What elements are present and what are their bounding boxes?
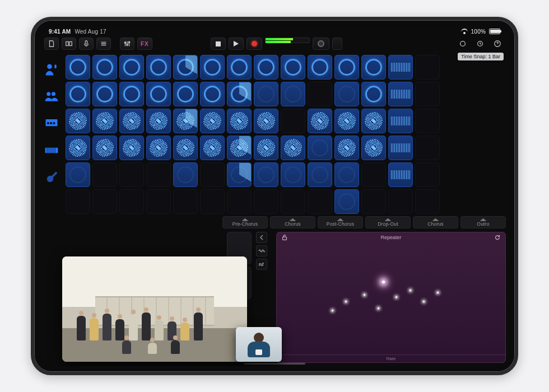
- loop-cell[interactable]: [254, 82, 278, 106]
- loop-cell[interactable]: [119, 189, 144, 214]
- loop-cell[interactable]: [173, 82, 198, 106]
- loop-cell[interactable]: [173, 189, 198, 214]
- loop-cell[interactable]: [361, 109, 386, 133]
- loop-cell[interactable]: [119, 82, 144, 106]
- loop-cell[interactable]: [308, 109, 332, 133]
- loop-cell[interactable]: [92, 82, 117, 106]
- loop-cell[interactable]: [415, 136, 440, 160]
- loop-cell[interactable]: [361, 82, 386, 106]
- loop-cell[interactable]: [119, 109, 144, 133]
- loop-cell[interactable]: [92, 109, 117, 133]
- repeater-xy-pad[interactable]: [277, 242, 505, 354]
- sidebar-artist-voice[interactable]: [43, 60, 61, 78]
- loop-cell[interactable]: [227, 55, 252, 80]
- loop-cell[interactable]: [388, 189, 413, 214]
- loop-cell[interactable]: [281, 82, 305, 106]
- loop-cell[interactable]: [146, 109, 171, 133]
- loop-cell[interactable]: [254, 189, 278, 214]
- loop-cell[interactable]: [308, 82, 332, 106]
- loop-cell[interactable]: [173, 136, 198, 160]
- loop-cell[interactable]: [146, 162, 171, 187]
- loop-cell[interactable]: [200, 82, 225, 106]
- sidebar-group-vocals[interactable]: [43, 87, 61, 105]
- loop-cell[interactable]: [388, 55, 413, 80]
- loop-cell[interactable]: [281, 55, 305, 80]
- loop-cell[interactable]: [200, 136, 225, 160]
- loop-cell[interactable]: [361, 189, 386, 214]
- loop-cell[interactable]: [200, 109, 225, 133]
- loop-cell[interactable]: [415, 189, 440, 214]
- loop-cell[interactable]: [146, 136, 171, 160]
- section-marker[interactable]: Outro: [460, 216, 506, 228]
- reset-icon[interactable]: [494, 234, 501, 241]
- sidebar-drum-machine[interactable]: [43, 114, 61, 132]
- browser-button[interactable]: [96, 38, 111, 50]
- loop-cell[interactable]: [119, 136, 144, 160]
- section-marker[interactable]: Post-Chorus: [318, 216, 363, 228]
- loop-cell[interactable]: [334, 136, 359, 160]
- section-marker[interactable]: Pre-Chorus: [222, 216, 268, 228]
- loop-cell[interactable]: [361, 55, 386, 80]
- home-indicator[interactable]: [244, 363, 305, 365]
- play-button[interactable]: [229, 38, 244, 50]
- metronome-button[interactable]: [332, 38, 342, 50]
- unlock-icon[interactable]: [281, 234, 288, 241]
- loop-cell[interactable]: [308, 162, 332, 187]
- loop-cell[interactable]: [415, 55, 440, 80]
- loop-cell[interactable]: [254, 109, 278, 133]
- loop-cell[interactable]: [281, 136, 305, 160]
- fx-gate[interactable]: [256, 259, 267, 270]
- loop-cell[interactable]: [415, 109, 440, 133]
- pip-video-caller[interactable]: [236, 327, 282, 362]
- fx-wave[interactable]: [256, 245, 267, 256]
- loop-cell[interactable]: [334, 82, 359, 106]
- section-marker[interactable]: Chorus: [270, 216, 315, 228]
- loop-cell[interactable]: [281, 189, 305, 214]
- loop-cell[interactable]: [66, 189, 90, 214]
- loop-cell[interactable]: [254, 136, 278, 160]
- loop-cell[interactable]: [173, 55, 198, 80]
- loop-cell[interactable]: [173, 162, 198, 187]
- loop-cell[interactable]: [92, 55, 117, 80]
- loop-cell[interactable]: [227, 136, 252, 160]
- loop-cell[interactable]: [227, 162, 252, 187]
- loop-cell[interactable]: [415, 162, 440, 187]
- loop-cell[interactable]: [281, 109, 305, 133]
- loop-cell[interactable]: [200, 162, 225, 187]
- loop-grid[interactable]: [63, 53, 506, 215]
- mic-button[interactable]: [79, 38, 94, 50]
- loop-cell[interactable]: [66, 162, 90, 187]
- view-button[interactable]: [62, 38, 76, 50]
- record-button[interactable]: [246, 38, 262, 50]
- mixer-button[interactable]: [120, 38, 134, 50]
- loop-cell[interactable]: [92, 189, 117, 214]
- loop-cell[interactable]: [146, 189, 171, 214]
- loop-cell[interactable]: [92, 162, 117, 187]
- loop-cell[interactable]: [308, 136, 332, 160]
- section-marker[interactable]: Drop-Out: [365, 216, 411, 228]
- loop-cell[interactable]: [66, 82, 90, 106]
- loop-cell[interactable]: [308, 189, 332, 214]
- loop-cell[interactable]: [334, 162, 359, 187]
- loop-cell[interactable]: [388, 109, 413, 133]
- loop-cell[interactable]: [388, 82, 413, 106]
- loop-cell[interactable]: [227, 109, 252, 133]
- loop-cell[interactable]: [334, 109, 359, 133]
- loop-cell[interactable]: [334, 189, 359, 214]
- loop-cell[interactable]: [92, 136, 117, 160]
- loop-cell[interactable]: [415, 82, 440, 106]
- loop-cell[interactable]: [119, 55, 144, 80]
- section-marker[interactable]: Chorus: [413, 216, 458, 228]
- stop-button[interactable]: [211, 38, 226, 50]
- fx-button[interactable]: FX: [137, 38, 152, 50]
- project-button[interactable]: [44, 38, 59, 50]
- loop-cell[interactable]: [66, 109, 90, 133]
- loop-cell[interactable]: [227, 189, 252, 214]
- sidebar-keyboard[interactable]: [43, 141, 61, 159]
- settings-button[interactable]: [473, 38, 487, 50]
- loop-cell[interactable]: [361, 162, 386, 187]
- loop-cell[interactable]: [146, 55, 171, 80]
- loop-button[interactable]: [455, 38, 470, 50]
- loop-cell[interactable]: [361, 136, 386, 160]
- loop-cell[interactable]: [254, 162, 278, 187]
